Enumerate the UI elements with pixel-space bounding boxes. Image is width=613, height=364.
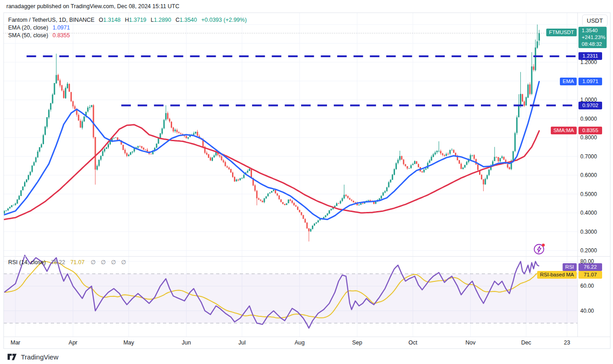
- lightning-icon: [533, 242, 546, 255]
- last-price-block: 1.3540 +241.23% 08:48:32: [578, 27, 607, 48]
- boost-button[interactable]: [533, 242, 546, 255]
- rsi-flag: RSI: [563, 263, 577, 271]
- time-tick-label: May: [124, 339, 134, 346]
- symbol-legend-row[interactable]: Fantom / TetherUS, 1D, BINANCE O1.3148 H…: [8, 16, 247, 24]
- price-tick-label: 0.5000: [580, 191, 597, 197]
- rsi-ma-flag: RSI-based MA: [537, 271, 577, 279]
- tradingview-logo-text: TradingView: [21, 353, 59, 361]
- price-tick-label: 0.8000: [580, 134, 597, 141]
- time-tick-label: Oct: [409, 339, 417, 346]
- time-tick-label: Mar: [10, 339, 20, 346]
- time-axis-panel[interactable]: MarAprMayJunJulAugSepOctNovDec23: [0, 337, 613, 349]
- rsi-legend-value: 76.22: [51, 259, 65, 266]
- main-legend: Fantom / TetherUS, 1D, BINANCE O1.3148 H…: [8, 16, 247, 39]
- time-tick-label: Dec: [521, 339, 531, 346]
- price-tick-label: 0.7000: [580, 153, 597, 160]
- time-tick-label: 23: [564, 339, 570, 346]
- ema-price-label: 1.0971: [578, 78, 602, 85]
- sma-price-label: 0.8355: [578, 127, 602, 134]
- time-tick-label: Aug: [295, 339, 305, 346]
- ema-legend-value: 1.0971: [53, 25, 70, 31]
- rsi-legend-label: RSI (14, close): [8, 259, 46, 266]
- time-tick-label: Nov: [465, 339, 475, 346]
- close-value: C1.3540: [175, 17, 197, 23]
- price-tick-label: 1.2000: [580, 59, 597, 65]
- price-tick-label: 0.6000: [580, 172, 597, 178]
- last-price: 1.3540: [582, 27, 607, 34]
- ema-legend-row[interactable]: EMA (20, close) 1.0971: [8, 24, 247, 31]
- sma-legend-value: 0.8355: [53, 32, 70, 39]
- time-tick-label: Jun: [182, 339, 191, 346]
- currency-toggle-button[interactable]: USDT: [582, 15, 608, 26]
- low-value: L1.2890: [151, 17, 171, 23]
- price-tick-label: 0.2000: [580, 247, 597, 254]
- ema-legend-label: EMA (20, close): [8, 25, 48, 31]
- change-value: +0.0393 (+2.99%): [201, 17, 247, 23]
- sma-legend-label: SMA (50, close): [8, 32, 48, 39]
- symbol-title: Fantom / TetherUS, 1D, BINANCE: [8, 17, 94, 23]
- high-value: H1.3719: [125, 17, 146, 23]
- rsi-empty-band-values: ∅ ∅ ∅ ∅: [91, 259, 128, 266]
- price-axis-panel[interactable]: USDT 1.3540 +241.23% 08:48:32 1.2311 1.0…: [578, 13, 610, 349]
- tradingview-footer[interactable]: TradingView: [7, 352, 59, 362]
- time-tick-label: Sep: [352, 339, 362, 346]
- rsi-tick-label: 40.00: [580, 308, 594, 314]
- rsi-tick-label: 80.00: [580, 258, 594, 265]
- sma-flag: SMA:MA: [551, 127, 577, 134]
- price-tick-label: 0.4000: [580, 210, 597, 216]
- rsi-ma-legend-value: 71.07: [70, 259, 84, 266]
- price-tick-label: 0.3000: [580, 229, 597, 235]
- tradingview-chart-page: ranadagger published on TradingView.com,…: [0, 0, 613, 364]
- time-tick-label: Apr: [69, 339, 77, 346]
- open-value: O1.3148: [99, 17, 121, 23]
- ema-flag: EMA: [560, 78, 577, 85]
- bar-countdown: 08:48:32: [582, 41, 607, 48]
- price-tick-label: 1.0000: [580, 97, 597, 103]
- sma-legend-row[interactable]: SMA (50, close) 0.8355: [8, 32, 247, 39]
- tradingview-logo-icon: [7, 353, 18, 361]
- last-change-pct: +241.23%: [582, 34, 607, 41]
- rsi-ma-value-label: 71.07: [578, 271, 602, 279]
- price-tick-label: 0.9000: [580, 116, 597, 122]
- rsi-tick-label: 60.00: [580, 283, 594, 289]
- chart-canvas[interactable]: [0, 0, 613, 364]
- rsi-legend-row[interactable]: RSI (14, close) 76.22 71.07 ∅ ∅ ∅ ∅: [8, 259, 128, 266]
- symbol-price-flag: FTMUSDT: [546, 29, 577, 36]
- time-tick-label: Jul: [238, 339, 246, 346]
